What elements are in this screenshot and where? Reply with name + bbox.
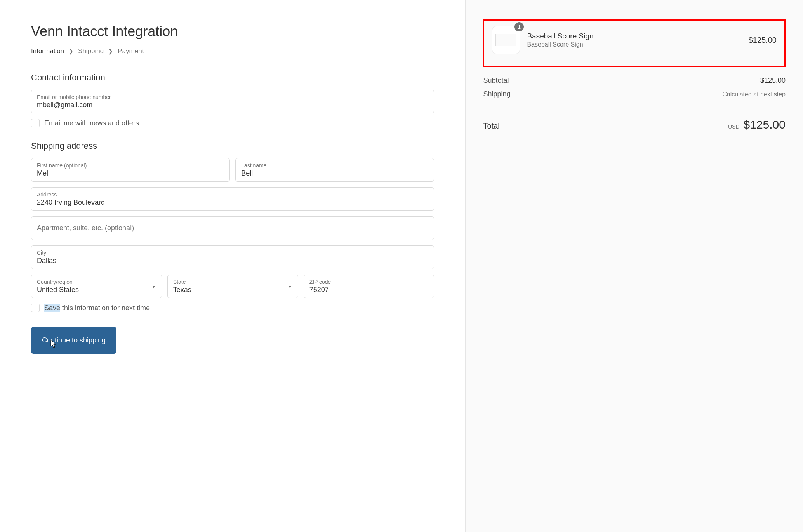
- address-field-wrapper[interactable]: Address: [31, 187, 434, 211]
- apartment-field[interactable]: [37, 224, 428, 232]
- state-label: State: [173, 279, 292, 285]
- cart-item-price: $125.00: [749, 36, 777, 45]
- country-select[interactable]: [37, 286, 156, 294]
- shipping-heading: Shipping address: [31, 141, 434, 151]
- save-info-checkbox[interactable]: [31, 304, 40, 312]
- zip-field[interactable]: [309, 286, 429, 294]
- total-amount: $125.00: [744, 118, 786, 131]
- email-field-wrapper[interactable]: Email or mobile phone number: [31, 90, 434, 113]
- email-field[interactable]: [37, 101, 428, 109]
- zip-label: ZIP code: [309, 279, 429, 285]
- breadcrumb-shipping[interactable]: Shipping: [78, 47, 104, 55]
- first-name-field[interactable]: [37, 169, 224, 177]
- shipping-summary-label: Shipping: [483, 90, 510, 98]
- apartment-field-wrapper[interactable]: [31, 216, 434, 240]
- city-label: City: [37, 250, 428, 256]
- zip-field-wrapper[interactable]: ZIP code: [304, 275, 435, 298]
- country-label: Country/region: [37, 279, 156, 285]
- divider: [483, 108, 786, 108]
- cart-item-variant: Baseball Score Sign: [527, 41, 741, 48]
- chevron-right-icon: ❯: [69, 48, 73, 54]
- save-info-label: Save this information for next time: [44, 304, 150, 312]
- email-label: Email or mobile phone number: [37, 94, 428, 100]
- continue-to-shipping-button[interactable]: Continue to shipping: [31, 327, 116, 354]
- subtotal-label: Subtotal: [483, 76, 509, 85]
- cart-item-qty-badge: 1: [514, 22, 524, 31]
- first-name-label: First name (optional): [37, 162, 224, 169]
- last-name-field[interactable]: [241, 169, 428, 177]
- state-select-wrapper[interactable]: State ▼: [167, 275, 298, 298]
- cart-item: 1 Baseball Score Sign Baseball Score Sig…: [483, 19, 786, 67]
- cart-item-thumbnail: 1: [492, 26, 520, 54]
- total-currency: USD: [728, 123, 740, 130]
- shipping-summary-value: Calculated at next step: [722, 91, 786, 98]
- subtotal-value: $125.00: [760, 76, 786, 85]
- breadcrumb: Information ❯ Shipping ❯ Payment: [31, 47, 434, 55]
- city-field[interactable]: [37, 257, 428, 265]
- breadcrumb-payment[interactable]: Payment: [118, 47, 144, 55]
- breadcrumb-information[interactable]: Information: [31, 47, 64, 55]
- address-field[interactable]: [37, 198, 428, 207]
- last-name-field-wrapper[interactable]: Last name: [235, 158, 434, 182]
- contact-heading: Contact information: [31, 73, 434, 83]
- country-select-wrapper[interactable]: Country/region ▼: [31, 275, 162, 298]
- total-label: Total: [483, 122, 499, 130]
- first-name-field-wrapper[interactable]: First name (optional): [31, 158, 230, 182]
- news-offers-label: Email me with news and offers: [44, 119, 139, 127]
- city-field-wrapper[interactable]: City: [31, 245, 434, 269]
- last-name-label: Last name: [241, 162, 428, 169]
- address-label: Address: [37, 191, 428, 198]
- page-title: Venn Intacct Integration: [31, 23, 434, 40]
- chevron-down-icon: ▼: [152, 284, 156, 289]
- chevron-down-icon: ▼: [288, 284, 292, 289]
- chevron-right-icon: ❯: [108, 48, 113, 54]
- state-select[interactable]: [173, 286, 292, 294]
- news-offers-checkbox[interactable]: [31, 119, 40, 127]
- cart-item-name: Baseball Score Sign: [527, 32, 741, 40]
